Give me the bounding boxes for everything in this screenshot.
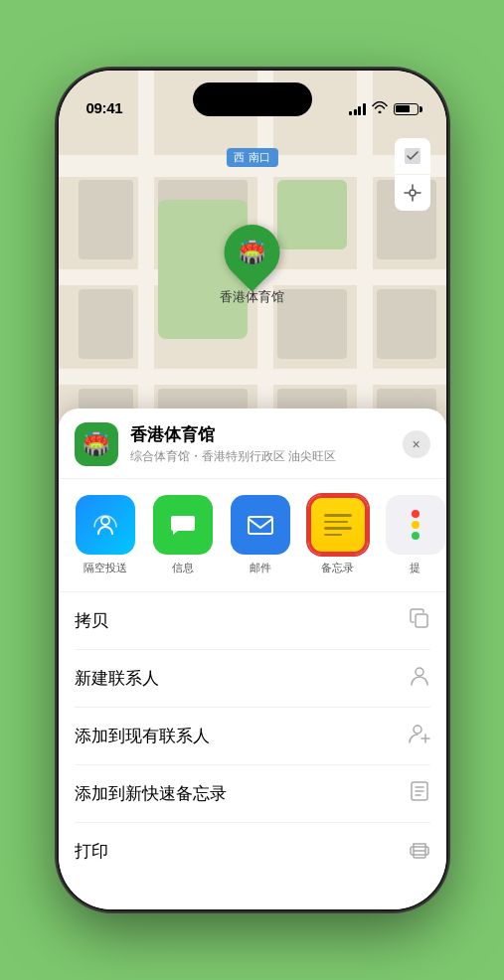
pin-icon: 🏟️: [239, 240, 265, 265]
svg-rect-7: [249, 517, 272, 534]
venue-description: 综合体育馆・香港特别行政区 油尖旺区: [130, 448, 403, 465]
print-icon: [409, 838, 430, 865]
battery-icon: [394, 103, 419, 115]
venue-name: 香港体育馆: [130, 423, 403, 446]
svg-rect-8: [416, 614, 427, 627]
venue-info: 香港体育馆 综合体育馆・香港特别行政区 油尖旺区: [130, 423, 403, 465]
notes-label: 备忘录: [321, 561, 354, 575]
share-more[interactable]: 提: [381, 495, 446, 575]
messages-label: 信息: [172, 561, 194, 575]
status-time: 09:41: [86, 99, 123, 116]
map-label: 西 南口: [226, 148, 277, 167]
notes-icon-box: [308, 495, 368, 555]
airdrop-icon-box: [76, 495, 135, 555]
action-add-existing[interactable]: 添加到现有联系人: [75, 708, 430, 765]
share-messages[interactable]: 信息: [148, 495, 218, 575]
notes-lines: [320, 508, 356, 542]
mail-label: 邮件: [250, 561, 271, 575]
signal-icon: [349, 103, 366, 115]
map-type-button[interactable]: [395, 138, 430, 174]
wifi-icon: [372, 101, 388, 116]
action-print-label: 打印: [75, 840, 108, 863]
airdrop-label: 隔空投送: [84, 561, 127, 575]
action-list: 拷贝 新建联系人 添加到现有联系人: [59, 592, 446, 880]
action-copy-label: 拷贝: [75, 609, 108, 632]
copy-icon: [409, 607, 430, 634]
svg-point-10: [414, 726, 421, 734]
more-label: 提: [410, 561, 420, 575]
action-copy[interactable]: 拷贝: [75, 592, 430, 650]
phone-frame: 09:41: [59, 71, 446, 909]
person-icon: [409, 665, 430, 692]
action-add-notes[interactable]: 添加到新快速备忘录: [75, 765, 430, 823]
dynamic-island: [193, 82, 312, 116]
messages-icon-box: [153, 495, 213, 555]
pin-circle: 🏟️: [213, 213, 291, 291]
location-button[interactable]: [395, 175, 430, 211]
bottom-sheet: 🏟️ 香港体育馆 综合体育馆・香港特别行政区 油尖旺区 ×: [59, 408, 446, 909]
person-add-icon: [409, 723, 430, 749]
map-controls: [395, 138, 430, 211]
more-icon-box: [386, 495, 445, 555]
status-icons: [349, 101, 419, 116]
share-notes[interactable]: 备忘录: [303, 495, 373, 575]
location-pin: 🏟️ 香港体育馆: [220, 225, 284, 306]
svg-point-6: [101, 517, 109, 525]
share-mail[interactable]: 邮件: [226, 495, 295, 575]
mail-icon-box: [231, 495, 290, 555]
svg-point-1: [410, 190, 416, 196]
share-airdrop[interactable]: 隔空投送: [71, 495, 140, 575]
action-new-contact[interactable]: 新建联系人: [75, 650, 430, 708]
venue-icon: 🏟️: [75, 422, 118, 466]
note-icon: [409, 780, 430, 807]
venue-header: 🏟️ 香港体育馆 综合体育馆・香港特别行政区 油尖旺区 ×: [59, 408, 446, 479]
action-add-existing-label: 添加到现有联系人: [75, 725, 210, 747]
action-new-contact-label: 新建联系人: [75, 667, 159, 690]
share-row: 隔空投送 信息 邮件: [59, 479, 446, 592]
action-add-notes-label: 添加到新快速备忘录: [75, 782, 227, 805]
close-button[interactable]: ×: [403, 430, 430, 458]
svg-point-9: [416, 668, 423, 676]
action-print[interactable]: 打印: [75, 823, 430, 880]
